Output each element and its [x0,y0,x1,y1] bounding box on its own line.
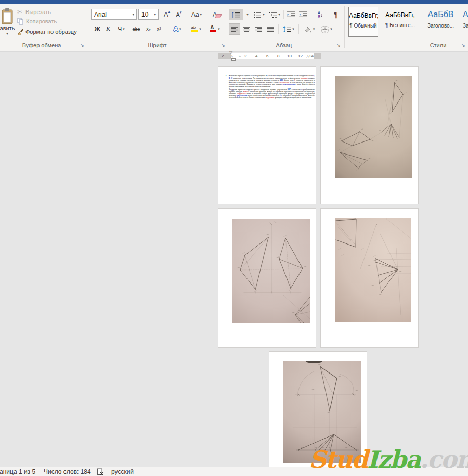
paragraph-dialog-launcher[interactable]: ↘ [336,43,341,48]
underline-button[interactable]: Ч ▾ [114,23,128,34]
format-painter-button[interactable]: Формат по образцу [16,27,99,36]
mini-divider [166,24,166,34]
clear-formatting-button[interactable]: А [210,9,224,20]
align-left-button[interactable] [229,23,240,35]
bullets-dropdown[interactable]: ▾ [244,9,250,20]
align-left-icon [231,27,238,32]
paragraph-group-label: Абзац [229,42,339,49]
line-spacing-icon [283,26,291,32]
subscript-button[interactable]: x₂ [144,23,153,34]
italic-button[interactable]: К [103,23,113,34]
watermark-com: .com [420,445,468,473]
chevron-down-icon[interactable]: ▾ [313,27,315,31]
language-status[interactable]: русский [111,468,134,475]
paste-dropdown-arrow[interactable]: ▼ [6,32,9,35]
title-bar-strip [0,0,468,4]
numbering-icon [253,11,262,18]
numbering-button[interactable]: ▾ [252,9,266,20]
strikethrough-button[interactable]: abc [129,23,143,34]
cut-label: Вырезать [25,9,51,15]
document-page-1[interactable]: • Выполнить перенос чертежа на кальку фо… [218,66,316,204]
chevron-down-icon[interactable]: ▾ [132,12,134,17]
right-indent-marker[interactable]: △ [306,55,309,59]
highlight-color-button[interactable]: ab ▾ [187,23,204,34]
chevron-down-icon[interactable]: ▾ [278,12,280,17]
decrease-indent-button[interactable] [285,9,296,20]
text-effects-button[interactable]: А ▾ [170,23,185,34]
document-page-2[interactable] [320,66,419,204]
chevron-down-icon[interactable]: ▾ [263,12,265,17]
align-center-button[interactable] [241,23,253,35]
line-spacing-button[interactable]: ▾ [280,23,297,35]
font-color-button[interactable]: А ▾ [206,23,223,34]
clipboard-dialog-launcher[interactable]: ↘ [80,43,85,48]
font-size-combo[interactable]: 10 ▾ [138,9,159,20]
ruler-number: 10 [287,54,292,58]
sort-button[interactable]: А Я ↓ [314,9,327,20]
chevron-down-icon[interactable]: ▾ [292,27,294,31]
page1-text-block: • Выполнить перенос чертежа на кальку фо… [225,75,315,101]
ruler-number: 4 [255,54,257,58]
caret-up-icon: ▴ [168,10,171,14]
left-indent-marker[interactable] [231,58,236,61]
copy-button[interactable]: Копировать [17,17,85,25]
cut-button[interactable]: ✂ Вырезать [17,8,85,16]
font-group-label: Шрифт [91,42,224,49]
chevron-down-icon[interactable]: ▾ [199,27,201,31]
justify-button[interactable] [265,23,277,35]
show-paragraph-marks-button[interactable]: ¶ [331,9,341,20]
group-divider [344,6,345,48]
bullets-button[interactable] [229,9,243,20]
document-page-4[interactable] [320,208,419,348]
bullet-marker: • [226,75,226,78]
font-size-value: 10 [141,11,148,18]
format-painter-icon [16,28,23,35]
chevron-down-icon[interactable]: ▾ [330,27,332,31]
chevron-down-icon[interactable]: ▾ [154,12,156,17]
tab-stop-marker[interactable]: ∟ [238,54,242,58]
multilevel-list-button[interactable]: ▾ [267,9,282,20]
grow-font-button[interactable]: А ▴ [161,9,173,20]
grow-font-label: А [164,10,168,18]
change-case-button[interactable]: Aa ▾ [188,9,205,20]
justify-icon [267,27,275,32]
chevron-down-icon[interactable]: ▾ [123,27,125,31]
align-right-button[interactable] [253,23,265,35]
style-card-normal[interactable]: АаБбВвГг, ¶ Обычный [348,7,378,37]
font-dialog-launcher[interactable]: ↘ [220,43,226,48]
style-preview: А [463,10,468,19]
align-center-icon [243,27,251,32]
chevron-down-icon[interactable]: ▾ [218,27,220,31]
clipboard-group-label: Буфер обмена [0,42,83,49]
shading-button[interactable]: ▾ [301,23,317,35]
mini-divider [298,24,299,34]
paste-button[interactable]: авить ▼ [0,7,15,39]
style-card-heading2[interactable]: А За [462,7,468,37]
font-name-combo[interactable]: Arial ▾ [91,9,137,20]
geometry-drawing [335,218,411,322]
shrink-font-button[interactable]: А ▾ [173,9,185,20]
underline-label: Ч [118,25,122,33]
ruler-right-margin [314,53,321,59]
word-count-status[interactable]: Число слов: 184 [44,468,91,475]
font-name-value: Arial [94,11,107,18]
increase-indent-icon [299,11,307,18]
ruler-number: 8 [277,54,279,58]
styles-dialog-launcher[interactable]: ↘ [461,43,466,48]
document-page-3[interactable] [218,208,316,348]
borders-button[interactable]: ▾ [319,23,335,35]
ruler-number: 12 [298,54,303,58]
align-right-icon [255,27,263,32]
style-card-no-spacing[interactable]: АаБбВвГг, ¶ Без инте... [380,7,420,37]
style-card-heading1[interactable]: АаБбВ Заголово... [422,7,460,37]
style-name: Заголово... [422,23,460,29]
bold-button[interactable]: Ж [92,23,102,34]
increase-indent-button[interactable] [297,9,308,20]
page-number-status[interactable]: аница 1 из 5 [0,468,35,475]
font-color-label: А [210,24,214,30]
chevron-down-icon[interactable]: ▾ [179,27,181,31]
proofing-status-icon[interactable] [97,468,104,476]
ruler-margin-number: 2 [222,54,224,58]
studizba-watermark: StudIzba.com [309,445,468,473]
superscript-button[interactable]: x² [154,23,164,34]
